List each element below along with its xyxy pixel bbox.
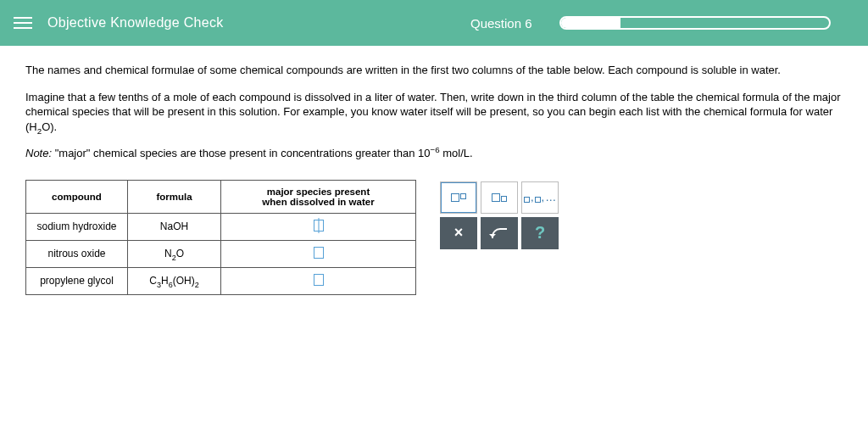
th-major: major species presentwhen dissolved in w… [221,180,416,213]
undo-icon [492,228,507,238]
compound-formula: NaOH [128,213,221,240]
answer-cell[interactable] [221,267,416,294]
input-box-icon[interactable] [314,274,324,286]
answer-cell[interactable] [221,213,416,240]
help-button[interactable]: ? [521,217,559,249]
input-box-icon[interactable] [314,247,324,259]
table-row: propylene glycol C3H6(OH)2 [26,267,416,294]
th-formula: formula [128,180,221,213]
answer-cell[interactable] [221,240,416,267]
clear-button[interactable]: × [440,217,477,249]
compound-name: sodium hydroxide [26,213,128,240]
tool-list[interactable]: ,,… [521,181,559,214]
compound-name: nitrous oxide [26,240,128,267]
tool-subscript[interactable] [481,181,518,214]
instruction-paragraph-1: The names and chemical formulae of some … [25,63,843,78]
compound-name: propylene glycol [26,267,128,294]
progress-bar[interactable] [559,16,831,30]
table-row: nitrous oxide N2O [26,240,416,267]
tool-superscript[interactable] [440,181,477,214]
help-icon: ? [535,223,545,243]
compound-formula: C3H6(OH)2 [128,267,221,294]
th-compound: compound [26,180,128,213]
progress-fill [561,18,620,28]
page-title: Objective Knowledge Check [47,15,224,31]
undo-button[interactable] [481,217,518,249]
close-icon: × [454,224,464,242]
table-row: sodium hydroxide NaOH [26,213,416,240]
note-paragraph: Note: "major" chemical species are those… [25,146,843,161]
compound-table: compound formula major species presentwh… [25,180,416,295]
compound-formula: N2O [128,240,221,267]
question-number: Question 6 [470,16,532,31]
input-box-icon[interactable] [314,220,324,232]
formula-toolbox: ,,… × ? [440,181,559,249]
instruction-paragraph-2: Imagine that a few tenths of a mole of e… [25,90,843,135]
menu-icon[interactable] [14,14,32,32]
